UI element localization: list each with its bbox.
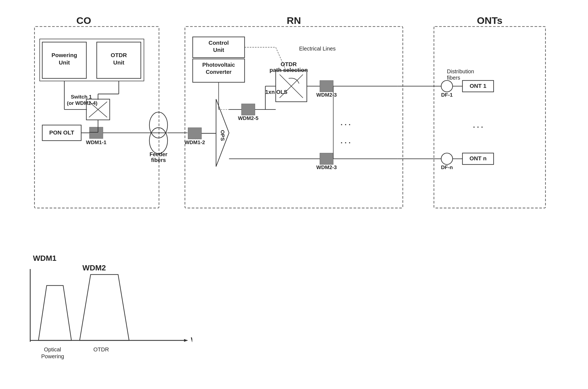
wavelength-label: Wavelength	[191, 336, 192, 343]
onts-label: ONTs	[477, 15, 503, 26]
svg-line-8	[89, 102, 107, 117]
svg-marker-59	[184, 339, 188, 342]
svg-marker-27	[216, 99, 229, 167]
wdm1-2-label: WDM1-2	[185, 139, 205, 145]
svg-rect-4	[97, 42, 141, 78]
wdm1-1-label: WDM1-1	[86, 139, 106, 145]
feeder-fibers-label: Feeder	[149, 151, 167, 157]
powering-unit-label: Powering	[51, 52, 77, 58]
photovoltaic-label2: Converter	[206, 69, 232, 75]
wdm1-chart-label: WDM1	[33, 254, 57, 262]
svg-line-7	[89, 102, 107, 117]
otdr-chart-label: OTDR	[93, 346, 109, 352]
dots-top: . . .	[341, 119, 351, 127]
optical-powering-label2: Powering	[41, 353, 64, 359]
wdm2-chart-label: WDM2	[82, 264, 106, 272]
svg-rect-25	[193, 59, 245, 82]
dist-fibers-label2: fibers	[447, 75, 460, 81]
otdr-unit-label: OTDR	[111, 52, 127, 58]
svg-line-33	[280, 74, 303, 98]
svg-point-21	[149, 112, 168, 138]
svg-rect-1	[185, 27, 403, 208]
svg-rect-24	[193, 37, 245, 58]
df1-label: DF-1	[441, 92, 453, 98]
svg-rect-3	[42, 42, 87, 78]
rn-label: RN	[287, 15, 301, 26]
svg-rect-43	[320, 153, 333, 165]
svg-marker-61	[80, 275, 129, 340]
dfn-label: DF-n	[441, 164, 453, 170]
co-label: CO	[76, 15, 91, 26]
photovoltaic-label: Photovoltaic	[202, 62, 235, 68]
otdr-unit-label2: Unit	[113, 59, 124, 66]
otdr-path-label2: path selection	[269, 67, 308, 73]
svg-rect-49	[462, 80, 494, 92]
svg-point-22	[149, 128, 168, 153]
svg-rect-26	[188, 128, 202, 139]
svg-marker-60	[38, 286, 71, 340]
svg-rect-11	[90, 127, 103, 139]
svg-rect-0	[35, 27, 159, 208]
svg-rect-40	[320, 80, 333, 92]
svg-rect-6	[86, 99, 110, 120]
switch1-label: Switch 1	[71, 94, 92, 100]
svg-rect-2	[434, 27, 545, 208]
svg-rect-5	[40, 39, 144, 81]
wdm2-5-label: WDM2-5	[238, 115, 258, 121]
svg-rect-53	[462, 153, 494, 165]
ont1-label: ONT 1	[470, 83, 486, 89]
wdm2-3-bot-label: WDM2-3	[316, 164, 337, 170]
svg-line-34	[280, 74, 303, 98]
svg-point-50	[441, 153, 453, 165]
svg-point-46	[441, 80, 453, 92]
control-unit-label2: Unit	[213, 47, 224, 53]
switch1-label2: (or WDM2-4)	[67, 100, 97, 106]
pon-olt-label: PON OLT	[49, 129, 74, 136]
ols-label: 1xn OLS	[265, 89, 287, 95]
svg-line-38	[276, 47, 286, 71]
feeder-fibers-label2: fibers	[151, 157, 166, 163]
electrical-lines-label: Electrical Lines	[299, 46, 336, 52]
optical-powering-label: Optical	[44, 346, 61, 352]
control-unit-label: Control	[208, 40, 229, 46]
ontn-label: ONT n	[469, 155, 486, 161]
svg-rect-32	[276, 71, 307, 102]
svg-rect-10	[42, 125, 81, 141]
onts-dots: . . .	[473, 121, 483, 129]
dots-bot: . . .	[341, 137, 351, 145]
powering-unit-label2: Unit	[59, 59, 70, 66]
ops-label: OPS	[220, 130, 225, 141]
svg-rect-30	[241, 104, 255, 115]
wdm2-3-top-label: WDM2-3	[316, 92, 337, 98]
otdr-path-label: OTDR	[281, 61, 297, 67]
dist-fibers-label: Distribution	[447, 68, 474, 74]
